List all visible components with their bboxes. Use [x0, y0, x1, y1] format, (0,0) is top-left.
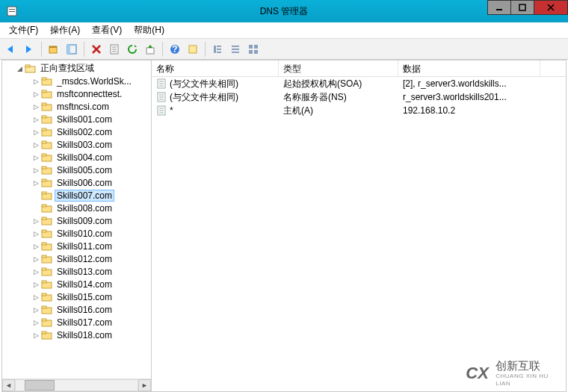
- forward-button[interactable]: [21, 41, 37, 57]
- menu-file[interactable]: 文件(F): [3, 22, 44, 38]
- help-button[interactable]: ?: [167, 41, 183, 57]
- expand-icon[interactable]: ▷: [32, 90, 40, 98]
- folder-icon: [41, 165, 53, 175]
- tree-item[interactable]: ▷Skills009.com: [2, 214, 151, 227]
- separator-icon: [41, 42, 42, 57]
- expand-icon[interactable]: ▷: [32, 306, 40, 314]
- expand-icon[interactable]: ▷: [32, 268, 40, 276]
- tree-label: Skills016.com: [55, 305, 114, 315]
- window-title: DNS 管理器: [260, 5, 309, 18]
- folder-icon: [41, 114, 53, 125]
- expand-icon[interactable]: ▷: [32, 255, 40, 263]
- tree-item[interactable]: ▷Skills002.com: [2, 125, 151, 138]
- expand-icon[interactable]: ▷: [32, 179, 40, 187]
- record-row[interactable]: *主机(A)192.168.10.2: [152, 104, 566, 117]
- tree-item[interactable]: ▷Skills018.com: [2, 329, 151, 341]
- collapse-icon[interactable]: ◢: [16, 65, 23, 72]
- expand-icon[interactable]: ▷: [32, 230, 40, 237]
- expand-icon[interactable]: [32, 192, 40, 199]
- tree-label: Skills017.com: [55, 317, 114, 328]
- tree-item[interactable]: ▷Skills005.com: [2, 164, 151, 176]
- tree-label: 正向查找区域: [38, 62, 96, 75]
- tree-item[interactable]: ▷Skills003.com: [2, 138, 151, 151]
- expand-icon[interactable]: ▷: [32, 167, 40, 174]
- expand-icon[interactable]: ▷: [32, 141, 40, 149]
- svg-text:?: ?: [172, 44, 177, 55]
- list-view-button[interactable]: [209, 41, 226, 57]
- toolbar: ?: [0, 39, 568, 60]
- folder-icon: [41, 216, 53, 226]
- menu-help[interactable]: 帮助(H): [128, 22, 170, 38]
- tree-item[interactable]: ▷Skills006.com: [2, 176, 151, 189]
- expand-icon[interactable]: ▷: [32, 217, 40, 225]
- expand-icon[interactable]: ▷: [32, 116, 40, 123]
- column-header-name[interactable]: 名称: [152, 60, 279, 76]
- list-body[interactable]: (与父文件夹相同)起始授权机构(SOA)[2], r_server3.world…: [152, 77, 566, 391]
- record-row[interactable]: (与父文件夹相同)起始授权机构(SOA)[2], r_server3.world…: [152, 77, 566, 90]
- tree-item[interactable]: Skills008.com: [2, 202, 151, 214]
- close-button[interactable]: [534, 0, 568, 15]
- tree-item[interactable]: ▷Skills001.com: [2, 113, 151, 125]
- back-button[interactable]: [3, 41, 19, 57]
- tree-label: Skills010.com: [55, 228, 114, 239]
- expand-icon[interactable]: [32, 205, 40, 212]
- titlebar: DNS 管理器: [0, 0, 568, 22]
- scroll-left-button[interactable]: ◄: [2, 379, 15, 391]
- menu-view[interactable]: 查看(V): [86, 22, 128, 38]
- folder-icon: [41, 305, 53, 315]
- tree-item[interactable]: Skills007.com: [2, 189, 151, 202]
- maximize-button[interactable]: [510, 0, 534, 15]
- tree-item[interactable]: ▷Skills017.com: [2, 316, 151, 329]
- detail-view-button[interactable]: [227, 41, 244, 57]
- tree-item[interactable]: ▷msftncsi.com: [2, 100, 151, 113]
- svg-rect-63: [42, 230, 46, 232]
- expand-icon[interactable]: ▷: [32, 281, 40, 288]
- svg-rect-71: [42, 281, 46, 283]
- tree-body[interactable]: ◢正向查找区域▷_msdcs.WorldSk...▷msftconnecttes…: [2, 60, 151, 379]
- tree-item[interactable]: ▷_msdcs.WorldSk...: [2, 75, 151, 87]
- expand-icon[interactable]: ▷: [32, 103, 40, 111]
- tree-item[interactable]: ▷Skills004.com: [2, 151, 151, 164]
- tree-item[interactable]: ▷Skills013.com: [2, 265, 151, 278]
- expand-icon[interactable]: ▷: [32, 319, 40, 326]
- horizontal-scrollbar[interactable]: ◄ ►: [2, 379, 151, 391]
- svg-rect-39: [42, 78, 46, 80]
- tree-item[interactable]: ▷Skills015.com: [2, 290, 151, 303]
- refresh-button[interactable]: [124, 41, 141, 57]
- filter-button[interactable]: [185, 41, 201, 57]
- expand-icon[interactable]: ▷: [32, 293, 40, 301]
- cell-data: [2], r_server3.worldskills...: [398, 78, 540, 90]
- svg-rect-1: [9, 9, 15, 10]
- tree-item[interactable]: ▷Skills014.com: [2, 278, 151, 290]
- minimize-button[interactable]: [487, 0, 511, 15]
- svg-rect-55: [42, 179, 46, 181]
- expand-icon[interactable]: ▷: [32, 128, 40, 136]
- folder-icon: [41, 279, 53, 290]
- tree-item[interactable]: ▷Skills011.com: [2, 240, 151, 252]
- scroll-thumb[interactable]: [25, 380, 55, 391]
- tree-item[interactable]: ▷Skills012.com: [2, 252, 151, 265]
- tree-label: Skills004.com: [55, 152, 114, 163]
- export-button[interactable]: [142, 41, 158, 57]
- svg-rect-69: [42, 268, 46, 270]
- app-icon: [6, 5, 18, 17]
- expand-icon[interactable]: ▷: [32, 78, 40, 85]
- large-icon-button[interactable]: [245, 41, 262, 57]
- column-header-data[interactable]: 数据: [398, 60, 540, 76]
- tree-item-root[interactable]: ◢正向查找区域: [2, 62, 151, 75]
- expand-icon[interactable]: ▷: [32, 243, 40, 250]
- delete-button[interactable]: [88, 41, 105, 57]
- tree-item[interactable]: ▷Skills010.com: [2, 227, 151, 240]
- column-header-type[interactable]: 类型: [279, 60, 398, 76]
- scroll-right-button[interactable]: ►: [138, 379, 151, 391]
- new-window-button[interactable]: [46, 41, 62, 57]
- show-pane-button[interactable]: [64, 41, 80, 57]
- scroll-track[interactable]: [15, 379, 138, 391]
- tree-item[interactable]: ▷msftconnecttest.: [2, 87, 151, 100]
- menu-action[interactable]: 操作(A): [44, 22, 86, 38]
- properties-button[interactable]: [106, 41, 123, 57]
- record-row[interactable]: (与父文件夹相同)名称服务器(NS)r_server3.worldskills2…: [152, 90, 566, 104]
- expand-icon[interactable]: ▷: [32, 332, 40, 339]
- expand-icon[interactable]: ▷: [32, 154, 40, 161]
- tree-item[interactable]: ▷Skills016.com: [2, 303, 151, 316]
